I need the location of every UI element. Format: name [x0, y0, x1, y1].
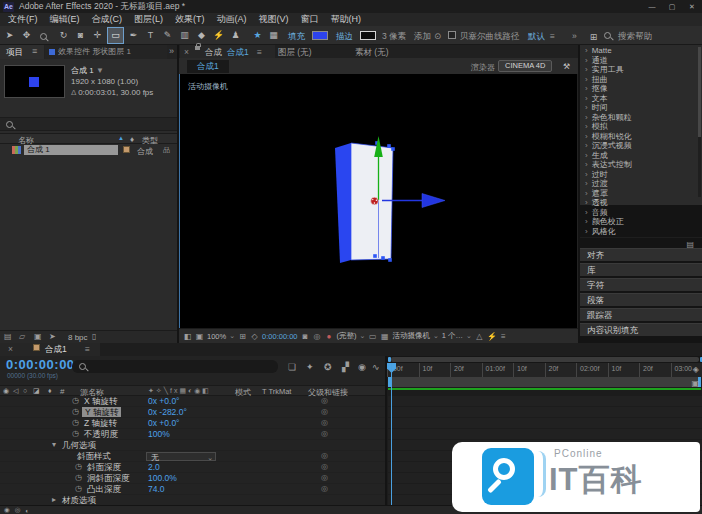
property-name[interactable]: Z 轴旋转 — [84, 418, 117, 428]
menu-item[interactable]: 效果(T) — [169, 13, 211, 26]
stopwatch-icon[interactable]: ◷ — [75, 484, 82, 494]
fill-label[interactable]: 填充 — [288, 31, 305, 43]
effect-category-row[interactable]: ›生成 — [580, 151, 702, 161]
main-viewer-icon[interactable]: ▣ — [195, 332, 204, 341]
property-name-selected[interactable]: Y 轴旋转 — [82, 407, 121, 417]
twirl-open-icon[interactable]: ▾ — [52, 440, 56, 450]
tab-layer[interactable]: 图层 (无) — [278, 46, 312, 58]
solo-column-icon[interactable]: ○ — [23, 387, 27, 394]
current-timecode[interactable]: 0:00:00:00 — [6, 357, 75, 372]
clone-stamp-tool-icon[interactable]: ▥ — [177, 28, 192, 43]
property-value[interactable]: 100.0% — [148, 473, 177, 483]
property-name[interactable]: 不透明度 — [84, 429, 118, 439]
trkmat-column[interactable]: T TrkMat — [262, 387, 291, 396]
tab-active-comp-name[interactable]: 合成1 — [227, 46, 249, 58]
draft-3d-icon[interactable]: ✦ — [306, 362, 314, 372]
group-name[interactable]: 几何选项 — [62, 440, 96, 450]
twirl-closed-icon[interactable]: › — [585, 198, 588, 207]
graph-editor-icon[interactable]: ∿ — [372, 362, 380, 372]
extruded-shape-gizmo[interactable] — [315, 126, 450, 268]
stopwatch-icon[interactable]: ◷ — [75, 473, 82, 483]
renderer-button[interactable]: CINEMA 4D — [498, 60, 552, 72]
twirl-closed-icon[interactable]: › — [585, 189, 588, 198]
timeline-search-input[interactable] — [72, 360, 278, 373]
new-composition-icon[interactable]: ▣ — [34, 332, 42, 341]
twirl-closed-icon[interactable]: › — [585, 46, 588, 55]
timeline-close-icon[interactable]: × — [8, 344, 13, 355]
effect-category-row[interactable]: ›模拟 — [580, 122, 702, 132]
pen-tool-icon[interactable]: ✒ — [126, 28, 141, 43]
effect-category-row[interactable]: ›文本 — [580, 94, 702, 104]
twirl-closed-icon[interactable]: ▸ — [52, 495, 56, 505]
new-folder-icon[interactable]: ▱ — [19, 332, 25, 341]
stroke-color-swatch[interactable] — [360, 31, 376, 40]
tab-footage[interactable]: 素材 (无) — [355, 46, 389, 58]
pixel-aspect-icon[interactable]: △ — [475, 332, 484, 341]
property-name[interactable]: 斜面样式 — [77, 451, 111, 461]
stopwatch-icon[interactable]: ◷ — [72, 396, 79, 406]
pickwhip-icon[interactable]: ◎ — [321, 462, 328, 472]
effect-category-row[interactable]: ›过渡 — [580, 179, 702, 189]
property-value[interactable]: 74.0 — [148, 484, 165, 494]
workspace-overflow-icon[interactable]: » — [572, 31, 577, 41]
effect-category-row[interactable]: ›实用工具 — [580, 65, 702, 75]
effect-category-row[interactable]: ›Matte — [580, 46, 702, 56]
effect-category-row[interactable]: ›模糊和锐化 — [580, 132, 702, 142]
twirl-closed-icon[interactable]: › — [585, 75, 588, 84]
transparency-grid-icon[interactable]: ▦ — [380, 332, 389, 341]
hand-tool-icon[interactable]: ✥ — [19, 28, 34, 43]
effect-category-row[interactable]: ›颜色校正 — [580, 217, 702, 227]
effect-category-row[interactable]: ›沉浸式视频 — [580, 141, 702, 151]
camera-tool-icon[interactable]: ◙ — [73, 28, 88, 43]
viewer-panel-menu-icon[interactable]: ≡ — [257, 46, 262, 58]
tab-project[interactable]: 项目 — [0, 45, 44, 59]
zoom-select[interactable]: 100% — [207, 332, 226, 341]
wrench-icon[interactable]: ⚒ — [563, 62, 570, 71]
property-row-extrusion-depth[interactable]: ◷ 凸出深度 74.0 ◎ — [0, 484, 385, 495]
channels-icon[interactable]: ● — [325, 332, 334, 341]
trash-icon[interactable]: ▯ — [92, 332, 96, 341]
panel-tab-libraries[interactable]: 库 — [580, 263, 702, 276]
pickwhip-icon[interactable]: ◎ — [321, 418, 328, 428]
timeline-h-scrollbar[interactable] — [387, 356, 702, 363]
video-column-icon[interactable]: ◉ — [3, 387, 9, 395]
minimize-button[interactable]: — — [642, 3, 662, 11]
twirl-closed-icon[interactable]: › — [585, 160, 588, 169]
panel-menu-icon[interactable]: ≡ — [32, 46, 37, 56]
property-row-opacity[interactable]: ◷ 不透明度 100% ◎ — [0, 429, 385, 440]
tab-effect-controls[interactable]: 效果控件 形状图层 1 — [45, 45, 167, 59]
roto-brush-tool-icon[interactable]: ⚡ — [211, 28, 226, 43]
panel-tab-tracker[interactable]: 跟踪器 — [580, 308, 702, 321]
fill-color-swatch[interactable] — [312, 31, 328, 40]
comp-thumbnail[interactable] — [4, 65, 65, 98]
maximize-button[interactable]: ▢ — [662, 3, 682, 11]
frame-blend-icon[interactable]: ▞ — [342, 362, 349, 372]
pickwhip-icon[interactable]: ◎ — [321, 451, 328, 461]
stopwatch-icon[interactable]: ◷ — [72, 429, 79, 439]
stopwatch-icon[interactable]: ◷ — [72, 407, 79, 417]
property-row-bevel-style[interactable]: 斜面样式 无⌄ ◎ — [0, 451, 385, 462]
interpret-footage-icon[interactable]: ▤ — [4, 332, 12, 341]
twirl-closed-icon[interactable]: › — [585, 84, 588, 93]
comp-mini-tab[interactable]: 合成1 — [187, 60, 229, 73]
audio-column-icon[interactable]: ◁ — [13, 387, 18, 395]
project-flowchart-icon[interactable]: ➤ — [49, 332, 56, 341]
twirl-closed-icon[interactable]: › — [585, 151, 588, 160]
comp-mini-flowchart-icon[interactable]: ❏ — [288, 362, 296, 372]
label-color-swatch[interactable] — [123, 146, 130, 153]
rectangle-tool-icon[interactable]: ▭ — [108, 28, 123, 43]
stroke-width-value[interactable]: 3 像素 — [382, 31, 406, 43]
sort-ascending-icon[interactable]: ▲ — [118, 135, 124, 141]
shy-layers-icon[interactable]: ✪ — [324, 362, 332, 372]
transfer-controls-pane-icon[interactable]: ◎ — [15, 506, 21, 514]
menu-item[interactable]: 编辑(E) — [44, 13, 86, 26]
pickwhip-icon[interactable]: ◎ — [321, 407, 328, 417]
workspace-switch-icon[interactable]: ⊞ — [586, 30, 601, 45]
effect-category-row[interactable]: ›扭曲 — [580, 75, 702, 85]
menu-item[interactable]: 视图(V) — [253, 13, 295, 26]
property-row-z-rotation[interactable]: ◷ Z 轴旋转 0x +0.0° ◎ — [0, 418, 385, 429]
layer-switches-pane-icon[interactable]: ◉ — [4, 506, 10, 514]
menu-item[interactable]: 动画(A) — [211, 13, 253, 26]
twirl-closed-icon[interactable]: › — [585, 227, 588, 236]
bevel-style-select[interactable]: 无⌄ — [146, 452, 216, 461]
